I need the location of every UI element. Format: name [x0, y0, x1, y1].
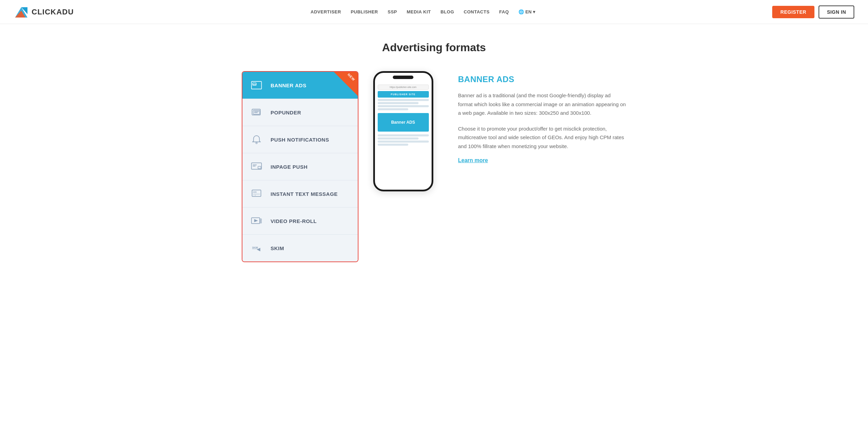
svg-text:✓ ✗: ✓ ✗: [253, 194, 256, 196]
format-item-itm[interactable]: ADS ✓ ✗ INSTANT TEXT MESSAGE: [242, 180, 358, 208]
phone-content-lines: [378, 99, 429, 110]
format-item-video[interactable]: VIDEO PRE-ROLL: [242, 208, 358, 235]
phone-banner-text: Banner ADS: [381, 120, 425, 125]
phone-url-bar: https://publisher-site.com: [378, 85, 429, 90]
phone-notch: [393, 76, 413, 79]
phone-bottom-line-3: [378, 141, 429, 143]
signin-button[interactable]: SIGN IN: [819, 5, 854, 19]
header: CLICKADU ADVERTISER PUBLISHER SSP MEDIA …: [0, 0, 868, 24]
skim-icon: SKIM: [249, 241, 264, 255]
popunder-icon: [249, 105, 264, 120]
chevron-down-icon: ▾: [533, 9, 535, 14]
svg-point-10: [256, 142, 257, 144]
nav-blog[interactable]: BLOG: [441, 9, 454, 14]
banner-ads-icon: ADS: [249, 78, 264, 92]
phone-bottom-lines: [378, 134, 429, 146]
svg-rect-12: [258, 166, 261, 169]
svg-marker-20: [254, 220, 258, 222]
phone-outer: https://publisher-site.com PUBLISHER SIT…: [373, 71, 433, 191]
selected-format-title: BANNER ADS: [458, 75, 626, 84]
phone-mockup: https://publisher-site.com PUBLISHER SIT…: [369, 71, 437, 191]
phone-banner: Banner ADS: [378, 113, 429, 132]
inpage-icon: [249, 159, 264, 174]
svg-rect-9: [254, 112, 258, 113]
inpage-label: INPAGE PUSH: [271, 164, 308, 170]
selected-format-desc-1: Banner ad is a traditional (and the most…: [458, 91, 626, 118]
svg-text:ADS: ADS: [253, 83, 256, 86]
logo-icon: [14, 4, 29, 20]
main-content: Advertising formats ADS BANNER ADS: [228, 24, 640, 279]
svg-rect-8: [254, 111, 259, 112]
phone-bottom-line-2: [378, 137, 419, 140]
format-item-inpage[interactable]: INPAGE PUSH: [242, 153, 358, 180]
content-area: ADS BANNER ADS NEW: [242, 71, 626, 262]
left-panel: ADS BANNER ADS NEW: [242, 71, 437, 262]
format-item-banner-ads[interactable]: ADS BANNER ADS NEW: [242, 72, 358, 99]
format-item-push[interactable]: PUSH NOTIFICATIONS: [242, 126, 358, 153]
globe-icon: 🌐: [518, 9, 524, 14]
phone-line-1: [378, 99, 429, 101]
nav-media-kit[interactable]: MEDIA KIT: [407, 9, 431, 14]
push-icon: [249, 132, 264, 147]
svg-rect-13: [253, 165, 257, 165]
video-label: VIDEO PRE-ROLL: [271, 218, 317, 224]
logo-text: CLICKADU: [32, 8, 74, 16]
format-item-skim[interactable]: SKIM SKIM: [242, 235, 358, 261]
nav-ssp[interactable]: SSP: [388, 9, 397, 14]
svg-text:ADS: ADS: [253, 191, 257, 193]
learn-more-link[interactable]: Learn more: [458, 157, 488, 163]
phone-screen: https://publisher-site.com PUBLISHER SIT…: [375, 82, 432, 190]
register-button[interactable]: REGISTER: [772, 6, 815, 18]
phone-bottom-line-4: [378, 144, 408, 146]
svg-rect-21: [260, 219, 261, 221]
banner-ads-label: BANNER ADS: [271, 82, 306, 88]
nav-publisher[interactable]: PUBLISHER: [351, 9, 378, 14]
nav-advertiser[interactable]: ADVERTISER: [311, 9, 341, 14]
video-icon: [249, 214, 264, 228]
header-buttons: REGISTER SIGN IN: [772, 5, 854, 19]
itm-icon: ADS ✓ ✗: [249, 187, 264, 201]
phone-line-4: [378, 108, 408, 110]
svg-rect-14: [253, 166, 256, 166]
svg-text:SKIM: SKIM: [252, 246, 258, 249]
svg-rect-22: [260, 221, 261, 223]
nav-contacts[interactable]: CONTACTS: [464, 9, 490, 14]
popunder-label: POPUNDER: [271, 110, 301, 115]
selected-format-desc-2: Choose it to promote your product/offer …: [458, 124, 626, 151]
phone-line-3: [378, 105, 429, 107]
push-label: PUSH NOTIFICATIONS: [271, 137, 329, 143]
skim-label: SKIM: [271, 245, 284, 251]
right-panel: BANNER ADS Banner ad is a traditional (a…: [458, 71, 626, 164]
format-item-popunder[interactable]: POPUNDER: [242, 99, 358, 126]
phone-bottom-line-1: [378, 134, 429, 136]
language-selector[interactable]: 🌐 EN ▾: [518, 9, 535, 14]
logo[interactable]: CLICKADU: [14, 4, 74, 20]
page-title: Advertising formats: [242, 41, 626, 54]
nav-faq[interactable]: FAQ: [499, 9, 509, 14]
phone-header-bar: PUBLISHER SITE: [378, 91, 429, 98]
phone-line-2: [378, 102, 419, 104]
main-nav: ADVERTISER PUBLISHER SSP MEDIA KIT BLOG …: [311, 9, 536, 14]
new-badge: NEW: [334, 72, 358, 96]
itm-label: INSTANT TEXT MESSAGE: [271, 191, 338, 197]
format-list: ADS BANNER ADS NEW: [242, 71, 358, 262]
phone-site-label: PUBLISHER SITE: [380, 93, 427, 96]
